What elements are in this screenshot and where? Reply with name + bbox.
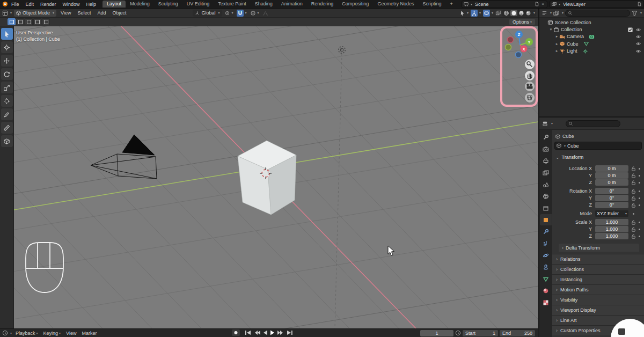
workspace-tab-geometry-nodes[interactable]: Geometry Nodes xyxy=(373,1,418,8)
camera-view-button[interactable] xyxy=(525,82,535,91)
properties-tab-material[interactable] xyxy=(540,285,552,296)
animate-dot-icon[interactable] xyxy=(639,204,640,206)
delta-transform-header[interactable]: › Delta Transform xyxy=(559,244,639,252)
workspace-tab-animation[interactable]: Animation xyxy=(277,1,307,8)
outliner-row-cube[interactable]: ▸Cube xyxy=(539,40,644,47)
frame-end-field[interactable]: End 250 xyxy=(500,330,535,336)
workspace-tab-modeling[interactable]: Modeling xyxy=(126,1,154,8)
next-keyframe-button[interactable] xyxy=(277,331,283,335)
outliner-row-collection[interactable]: ▾Collection xyxy=(539,26,644,33)
section-instancing[interactable]: ›Instancing xyxy=(552,274,644,284)
workspace-tab-layout[interactable]: Layout xyxy=(103,1,126,8)
tool-scale-button[interactable] xyxy=(1,82,13,93)
snap-toggle[interactable]: ▾ xyxy=(236,10,248,17)
animate-dot-icon[interactable] xyxy=(639,182,640,184)
workspace-tab-rendering[interactable]: Rendering xyxy=(307,1,338,8)
menu-help[interactable]: Help xyxy=(83,2,100,7)
transform-panel-header[interactable]: ⌄ Transform xyxy=(555,153,644,161)
timeline-menu-keying[interactable]: Keying▾ xyxy=(41,331,64,336)
menu-window[interactable]: Window xyxy=(60,2,83,7)
properties-tab-object[interactable] xyxy=(540,214,552,225)
viewport-menu-add[interactable]: Add xyxy=(94,10,109,16)
play-button[interactable] xyxy=(270,331,274,335)
lock-icon[interactable] xyxy=(631,173,636,179)
properties-tab-tool[interactable] xyxy=(540,131,552,143)
properties-tab-scene[interactable] xyxy=(540,179,552,190)
expand-open-icon[interactable]: ▾ xyxy=(548,27,553,32)
cube-object[interactable] xyxy=(238,141,296,215)
tool-transform-button[interactable] xyxy=(1,95,13,107)
shading-wireframe-icon[interactable] xyxy=(503,10,509,16)
outliner-item-label[interactable]: Cube xyxy=(567,41,579,47)
lock-icon[interactable] xyxy=(631,195,636,201)
viewlayer-name[interactable]: ViewLayer xyxy=(561,2,636,7)
blender-logo-icon[interactable] xyxy=(2,1,8,7)
properties-tab-constraints[interactable] xyxy=(540,261,552,273)
animate-dot-icon[interactable] xyxy=(639,175,640,177)
animate-dot-icon[interactable] xyxy=(639,222,640,223)
hide-eye-icon[interactable] xyxy=(635,41,641,47)
record-button[interactable] xyxy=(232,329,240,336)
play-reverse-button[interactable] xyxy=(264,331,267,335)
section-collections[interactable]: ›Collections xyxy=(552,264,644,274)
breadcrumb-object[interactable]: Cube xyxy=(562,134,574,139)
properties-editor-icon[interactable] xyxy=(542,121,548,127)
light-object[interactable] xyxy=(339,47,345,53)
animate-dot-icon[interactable] xyxy=(639,191,640,192)
outliner-item-label[interactable]: Collection xyxy=(561,27,582,32)
properties-tab-world[interactable] xyxy=(540,191,552,202)
timeline-menu-playback[interactable]: Playback▾ xyxy=(13,331,41,336)
falloff-dropdown[interactable] xyxy=(261,10,269,16)
lock-icon[interactable] xyxy=(631,226,636,232)
ortho-toggle-button[interactable] xyxy=(525,93,535,102)
properties-tab-particles[interactable] xyxy=(540,238,552,249)
workspace-tab-shading[interactable]: Shading xyxy=(251,1,277,8)
transform-value-field[interactable]: 0° xyxy=(595,195,628,201)
tool-measure-button[interactable] xyxy=(1,122,13,134)
new-viewlayer-icon[interactable] xyxy=(637,2,642,6)
expand-closed-icon[interactable]: ▸ xyxy=(554,34,559,39)
menu-file[interactable]: File xyxy=(8,2,23,7)
tool-move-button[interactable] xyxy=(1,55,13,67)
workspace-tab-compositing[interactable]: Compositing xyxy=(338,1,373,8)
overlays-toggle[interactable]: ▾ xyxy=(482,10,494,17)
animate-dot-icon[interactable] xyxy=(639,168,640,170)
mode-dropdown[interactable]: Object Mode ▾ xyxy=(14,10,56,17)
viewport-menu-object[interactable]: Object xyxy=(109,10,129,16)
properties-tab-physics[interactable] xyxy=(540,250,552,261)
rotation-mode-dropdown[interactable]: XYZ Euler▾ xyxy=(595,210,628,217)
properties-tab-texture[interactable] xyxy=(540,297,552,308)
outliner-row-scene-collection[interactable]: Scene Collection xyxy=(539,19,644,26)
properties-tab-view-layer[interactable] xyxy=(540,167,552,178)
hide-eye-icon[interactable] xyxy=(635,48,641,54)
lock-icon[interactable] xyxy=(631,166,636,172)
options-button[interactable]: Options ▾ xyxy=(509,19,535,25)
viewport-canvas[interactable]: Z Y X xyxy=(14,26,538,328)
proportional-edit-toggle[interactable]: ▾ xyxy=(249,10,260,16)
properties-tab-modifiers[interactable] xyxy=(540,226,552,237)
jump-to-end-button[interactable] xyxy=(287,331,292,335)
properties-tab-collection[interactable] xyxy=(540,202,552,214)
section-viewport-display[interactable]: ›Viewport Display xyxy=(552,305,644,315)
select-mode-invert[interactable] xyxy=(33,18,41,25)
outliner-search-input[interactable] xyxy=(574,10,627,16)
animate-dot-icon[interactable] xyxy=(639,197,640,199)
transform-value-field[interactable]: 0° xyxy=(595,188,628,194)
navigation-gizmo[interactable]: Z Y X xyxy=(506,31,533,58)
select-mode-set[interactable] xyxy=(8,18,16,25)
timeline-menu-view[interactable]: View xyxy=(63,331,79,336)
transform-value-field[interactable]: 1.000 xyxy=(595,219,628,225)
menu-edit[interactable]: Edit xyxy=(23,2,38,7)
tool-select-button[interactable] xyxy=(1,28,13,40)
outliner-item-label[interactable]: Camera xyxy=(567,34,584,39)
workspace-tab-uv-editing[interactable]: UV Editing xyxy=(182,1,214,8)
outliner-filter-icon[interactable] xyxy=(553,10,559,16)
shading-rendered-icon[interactable] xyxy=(525,10,531,16)
use-preview-range-icon[interactable] xyxy=(455,330,461,336)
select-mode-subtract[interactable] xyxy=(25,18,33,25)
hide-eye-icon[interactable] xyxy=(635,34,641,40)
collection-checkbox-icon[interactable] xyxy=(627,27,633,33)
timeline-menu-marker[interactable]: Marker xyxy=(79,331,99,336)
tool-cursor-button[interactable] xyxy=(1,41,13,53)
transform-value-field[interactable]: 0° xyxy=(595,202,628,208)
